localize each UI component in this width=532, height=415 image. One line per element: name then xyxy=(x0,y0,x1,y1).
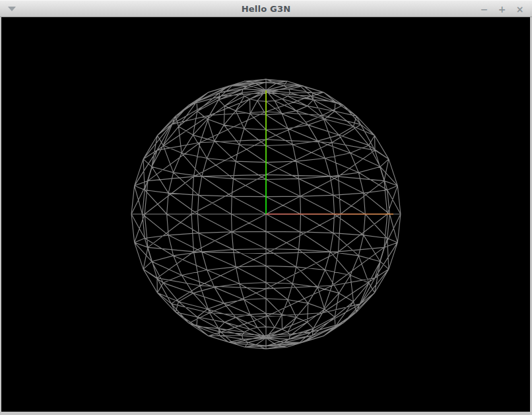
minimize-button[interactable]: − xyxy=(477,2,491,16)
app-window: Hello G3N − + × xyxy=(0,0,532,415)
window-controls: − + × xyxy=(477,1,527,17)
titlebar: Hello G3N − + × xyxy=(0,0,532,17)
window-title: Hello G3N xyxy=(0,1,532,17)
close-button[interactable]: × xyxy=(513,2,527,16)
window-frame xyxy=(0,17,532,415)
gl-viewport-canvas[interactable] xyxy=(1,17,530,412)
maximize-button[interactable]: + xyxy=(495,2,509,16)
